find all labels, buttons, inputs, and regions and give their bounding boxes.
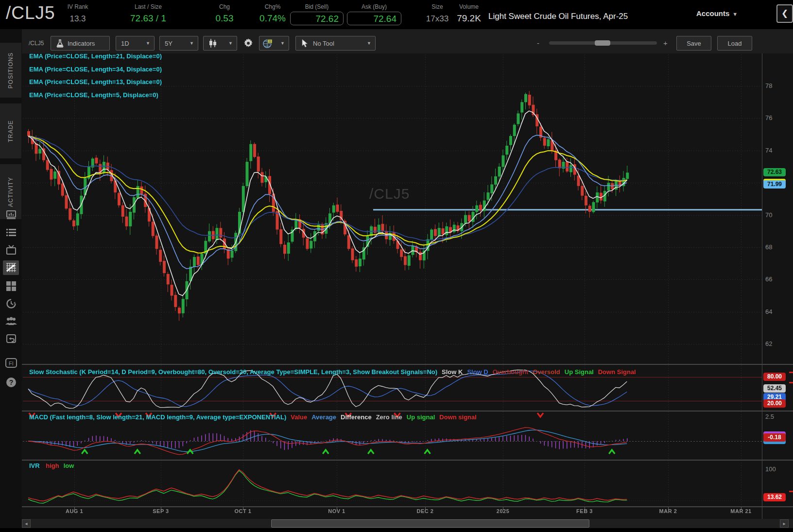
axis-price-bubble: 52.45 xyxy=(763,384,786,393)
legend-item: Slow D xyxy=(467,368,488,376)
field-value: 72.64 xyxy=(347,14,401,24)
axis-price-bubble: 71.99 xyxy=(763,179,786,189)
community-icon[interactable] xyxy=(3,314,19,328)
legend-item: Overbought xyxy=(493,368,529,376)
instrument-description: Light Sweet Crude Oil Futures, Apr-25 xyxy=(488,12,628,21)
field-label: Volume xyxy=(449,3,488,10)
ivr-axis-tick: 100 xyxy=(765,465,776,473)
quote-field-last-size: Last / Size72.63 / 1 xyxy=(117,0,180,29)
collapse-panel-button[interactable]: ❮ xyxy=(776,4,793,23)
sidebar-tab-trade[interactable]: TRADE xyxy=(0,103,21,158)
quote-header: /CLJ5 IV Rank13.3Last / Size72.63 / 1Chg… xyxy=(0,0,793,29)
symbol-title: /CLJ5 xyxy=(6,3,55,23)
report-icon[interactable] xyxy=(3,208,19,223)
alert-marker xyxy=(789,491,793,492)
price-axis-tick: 64 xyxy=(765,308,772,315)
ivr-legend: highlow xyxy=(46,462,78,469)
quote-field-iv-rank: IV Rank13.3 xyxy=(53,0,102,29)
ema-label: EMA (Price=CLOSE, Length=21, Displace=0) xyxy=(29,52,162,60)
quote-box[interactable]: 72.62 xyxy=(290,12,344,25)
range-dropdown[interactable]: 5Y▼ xyxy=(159,36,198,51)
drawing-tool-dropdown[interactable]: No Tool▼ xyxy=(295,36,376,51)
time-axis-label: MAR 2 xyxy=(659,508,677,514)
field-value: 72.63 / 1 xyxy=(117,13,180,24)
help-label: ? xyxy=(9,378,13,386)
axis-price-bubble: -0.18 xyxy=(763,433,786,442)
field-value: 72.62 xyxy=(291,14,343,24)
axis-price-bubble: 80.00 xyxy=(763,373,786,381)
quote-box[interactable]: 72.64 xyxy=(347,12,401,25)
chart-horizontal-scrollbar[interactable]: ◂ ▸ xyxy=(22,519,793,528)
legend-item: Zero line xyxy=(376,413,402,421)
axis-price-bubble: 20.00 xyxy=(763,399,786,408)
price-axis-tick: 74 xyxy=(765,147,772,154)
alert-marker xyxy=(789,372,793,373)
chevron-down-icon: ▼ xyxy=(732,11,738,17)
zoom-in-button[interactable]: + xyxy=(663,39,668,47)
quote-field-ask-buy-[interactable]: Ask (Buy)72.64 xyxy=(347,0,401,29)
time-axis-label: OCT 1 xyxy=(235,508,252,514)
zoom-out-button[interactable]: - xyxy=(537,39,539,47)
chevron-down-icon: ▼ xyxy=(146,41,150,46)
load-button[interactable]: Load xyxy=(717,36,752,51)
watchlist-icon[interactable] xyxy=(3,225,19,240)
scroll-left-button[interactable]: ◂ xyxy=(22,519,31,528)
ema-label: EMA (Price=CLOSE, Length=5, Displace=0) xyxy=(29,91,158,99)
chevron-down-icon: ▼ xyxy=(228,41,233,46)
axis-price-bubble: 72.63 xyxy=(763,168,786,176)
chart-type-dropdown[interactable]: ▼ xyxy=(203,36,237,51)
indicators-button[interactable]: Indicators xyxy=(51,36,110,51)
time-axis-label: MAR 21 xyxy=(730,508,751,514)
history-icon[interactable] xyxy=(3,296,19,311)
time-axis-label: NOV 1 xyxy=(328,508,345,514)
legend-item: Down Signal xyxy=(598,368,636,376)
chevron-down-icon: ▼ xyxy=(190,41,194,46)
globe-grid-icon xyxy=(263,38,273,48)
time-axis-label: AUG 1 xyxy=(66,508,83,514)
time-axis-label: DEC 2 xyxy=(417,508,434,514)
legend-item: low xyxy=(64,462,74,469)
field-value: 0.53 xyxy=(200,13,249,24)
chart-settings-button[interactable] xyxy=(241,36,256,51)
field-label: Bid (Sell) xyxy=(290,3,344,10)
fi-icon[interactable]: FI xyxy=(3,356,19,370)
dashboard-icon[interactable] xyxy=(3,279,19,293)
compare-layout-dropdown[interactable]: ▼ xyxy=(259,36,289,51)
zoom-slider[interactable] xyxy=(549,41,657,45)
scroll-right-button[interactable]: ▸ xyxy=(780,519,789,528)
legend-item: Oversold xyxy=(533,368,560,376)
zoom-slider-thumb[interactable] xyxy=(595,40,610,46)
window-bottom-strip xyxy=(0,528,793,532)
price-axis-tick: 70 xyxy=(765,211,772,219)
scrollbar-thumb[interactable] xyxy=(271,519,589,528)
axis-price-bubble: 13.62 xyxy=(763,493,786,501)
chart-plot-area[interactable] xyxy=(23,54,762,519)
macd-study-row: MACD (Fast length=8, Slow length=21, MAC… xyxy=(29,413,485,421)
pane-separator[interactable] xyxy=(22,411,793,412)
quote-field-chg%: Chg%0.74% xyxy=(248,0,297,29)
time-axis-label: SEP 3 xyxy=(153,508,169,514)
time-axis-label: 2025 xyxy=(497,508,509,514)
symbol-watermark: /CLJ5 xyxy=(369,186,410,202)
sidebar-tab-positions[interactable]: POSITIONS xyxy=(0,43,21,98)
fi-label: FI xyxy=(9,360,14,366)
calendar-undo-icon[interactable] xyxy=(3,331,19,346)
help-icon[interactable]: ? xyxy=(3,375,19,390)
quote-field-chg: Chg0.53 xyxy=(200,0,249,29)
field-label: Chg% xyxy=(248,3,297,10)
indicators-label: Indicators xyxy=(68,40,95,47)
timeframe-dropdown[interactable]: 1D▼ xyxy=(116,36,155,51)
chart-toolbar: /CLJ5 Indicators 1D▼ 5Y▼ ▼ ▼ No Tool▼ - … xyxy=(22,29,793,54)
pane-separator[interactable] xyxy=(22,364,793,365)
chevron-down-icon: ▼ xyxy=(280,41,285,46)
save-button[interactable]: Save xyxy=(676,36,711,51)
charts-icon[interactable] xyxy=(3,260,19,275)
accounts-dropdown[interactable]: Accounts▼ xyxy=(696,9,738,17)
legend-item: Average xyxy=(311,413,336,421)
quote-field-bid-sell-[interactable]: Bid (Sell)72.62 xyxy=(290,0,344,29)
field-value: 0.74% xyxy=(248,13,297,24)
tv-icon[interactable] xyxy=(3,243,19,257)
price-axis-divider xyxy=(762,53,762,519)
alert-marker xyxy=(789,382,793,383)
pane-separator[interactable] xyxy=(22,460,793,461)
